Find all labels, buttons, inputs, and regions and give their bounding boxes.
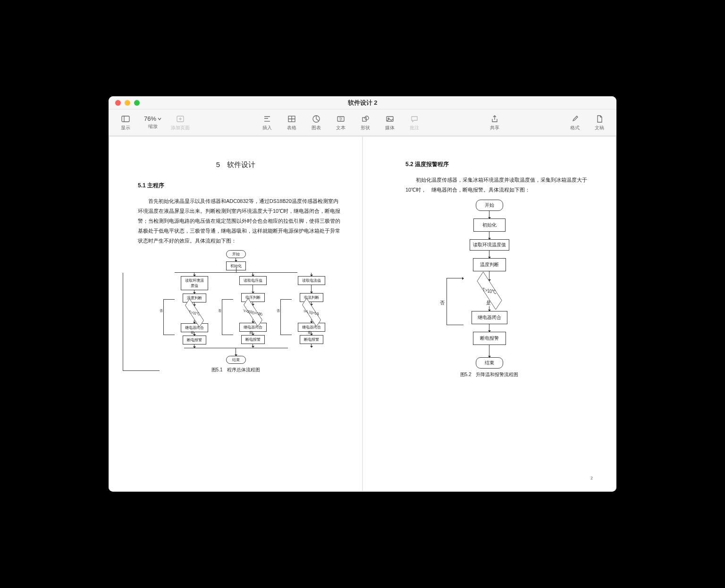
share-button[interactable]: 共享: [483, 114, 506, 131]
fc2-start: 开始: [476, 200, 503, 211]
section-5-2-body: 初始化温度传感器，采集冰箱环境温度并读取温度值，采集到冰箱温度大于10℃时， 继…: [405, 175, 592, 195]
fc2-alarm: 断电报警: [473, 332, 506, 345]
fc2-relay: 继电器闭合: [472, 311, 507, 324]
fc-alarm-2: 断电报警: [241, 335, 265, 344]
flowchart-5-1: 开始 初始化 否 读取环境温度值 温度判断 T>10℃: [128, 250, 343, 364]
window-title: 软件设计 2: [109, 99, 616, 107]
page-right[interactable]: 5.2 温度报警程序 初始化温度传感器，采集冰箱环境温度并读取温度值，采集到冰箱…: [363, 137, 615, 491]
svg-rect-0: [122, 116, 129, 122]
svg-point-15: [365, 116, 369, 120]
figure-5-1-caption: 图5.1 程序总体流程图: [128, 367, 343, 373]
svg-point-17: [388, 118, 389, 118]
insert-button[interactable]: 插入: [256, 114, 278, 131]
fc-volt-judge: 电压判断: [241, 293, 265, 302]
fc2-read: 读取环境温度值: [470, 239, 509, 251]
table-button[interactable]: 表格: [280, 114, 303, 131]
chevron-down-icon: [157, 117, 162, 121]
section-5-1-title: 5.1 主程序: [138, 182, 343, 190]
text-icon: 字: [336, 114, 346, 124]
fc-alarm-3: 断电报警: [300, 335, 323, 344]
format-button[interactable]: 格式: [564, 114, 586, 131]
section-break-icon: [262, 114, 272, 124]
fc-start: 开始: [226, 250, 246, 258]
fc-read-temp: 读取环境温度值: [181, 276, 208, 290]
section-5-2-title: 5.2 温度报警程序: [405, 160, 597, 168]
comment-button[interactable]: 批注: [403, 114, 426, 131]
fc2-no-label: 否: [440, 300, 445, 306]
document-icon: [595, 114, 604, 124]
fc-relay-2: 继电器闭合: [239, 323, 267, 332]
comment-icon: [410, 114, 419, 124]
svg-text:字: 字: [339, 117, 343, 121]
fc-relay-1: 继电器闭合: [181, 323, 208, 332]
paintbrush-icon: [570, 114, 580, 124]
flowchart-5-2: 否 开始 初始化 读取环境温度值 温度判断 T>10℃ 是 继电器闭合 断电报警: [382, 200, 597, 369]
fc-read-cur: 读取电流值: [298, 276, 325, 285]
plus-icon: [176, 114, 185, 124]
section-5-1-body: 首先初始化液晶显示以及传感器和ADC0832等，通过DS18B20温度传感器检测…: [138, 196, 343, 245]
fc2-end: 结束: [476, 357, 503, 369]
text-button[interactable]: 字 文本: [329, 114, 352, 131]
chart-icon: [312, 114, 321, 124]
fc2-init: 初始化: [473, 218, 506, 232]
titlebar: 软件设计 2: [109, 96, 616, 109]
app-window: 软件设计 2 显示 76% 缩放 添加页面 插入 表格 图表 字: [109, 96, 616, 492]
sidebar-icon: [121, 114, 130, 124]
page-number: 2: [590, 476, 593, 480]
document-area: 5 软件设计 5.1 主程序 首先初始化液晶显示以及传感器和ADC0832等，通…: [109, 136, 616, 492]
fc-temp-judge: 温度判断: [183, 294, 206, 302]
document-button[interactable]: 文稿: [588, 114, 611, 131]
fc-read-volt: 读取电压值: [239, 276, 267, 285]
fc-end: 结束: [226, 356, 246, 364]
share-icon: [490, 114, 499, 124]
zoom-button[interactable]: 76% 缩放: [139, 115, 167, 130]
fc-cur-judge: 电流判断: [300, 293, 323, 302]
toolbar: 显示 76% 缩放 添加页面 插入 表格 图表 字 文本 形状: [109, 109, 616, 136]
media-button[interactable]: 媒体: [379, 114, 401, 131]
fc-relay-3: 继电器闭合: [298, 323, 325, 332]
table-icon: [287, 114, 296, 124]
fc-alarm-1: 断电报警: [183, 336, 206, 344]
fc2-judge: 温度判断: [473, 258, 506, 271]
media-icon: [385, 114, 395, 124]
figure-5-2-caption: 图5.2 升降温和报警流程图: [382, 371, 597, 378]
chart-button[interactable]: 图表: [305, 114, 328, 131]
addpage-button[interactable]: 添加页面: [169, 114, 192, 131]
chapter-title: 5 软件设计: [128, 160, 343, 169]
page-left[interactable]: 5 软件设计 5.1 主程序 首先初始化液晶显示以及传感器和ADC0832等，通…: [110, 137, 362, 491]
shape-icon: [361, 114, 370, 124]
shape-button[interactable]: 形状: [354, 114, 377, 131]
view-button[interactable]: 显示: [114, 114, 137, 131]
